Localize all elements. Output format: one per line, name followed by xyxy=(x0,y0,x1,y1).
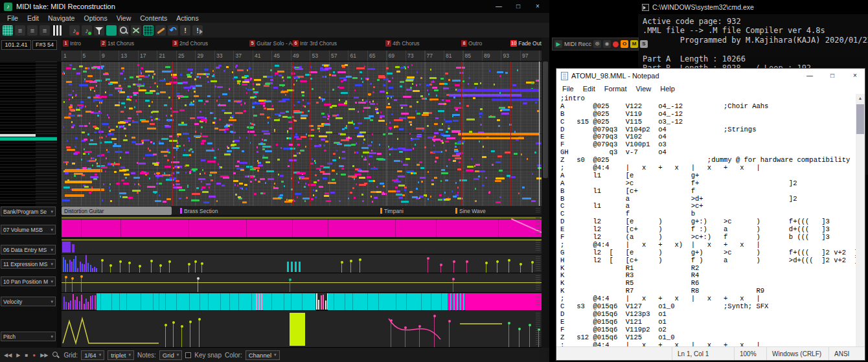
marker-strip[interactable]: 1Intro21st Chorus32nd Chorus5Guitar Solo… xyxy=(62,38,542,51)
action-icon[interactable]: ! xyxy=(180,25,190,36)
notepad-close-button[interactable]: × xyxy=(845,69,865,83)
draw-tool-icon[interactable] xyxy=(155,25,166,36)
zoom-icon[interactable] xyxy=(52,351,60,359)
cmd-title-bar[interactable]: C:\WINDOWS\system32\cmd.exe xyxy=(638,0,868,14)
insert-note-icon[interactable]: ♪ xyxy=(69,25,80,36)
recc-badge-m[interactable]: M xyxy=(630,40,638,48)
color-mode-select[interactable]: Channel▾ xyxy=(246,350,280,360)
maximize-button[interactable]: □ xyxy=(510,0,526,13)
notepad-text-area[interactable]: ;introA @025 V122 o4_-12 ;Choir AahsB @0… xyxy=(556,94,856,346)
notepad-menu-item[interactable]: File xyxy=(558,85,578,93)
transport-forward-button[interactable]: ▶▶ xyxy=(40,352,49,358)
cc-lane-selector-velocity[interactable]: Velocity▾ xyxy=(1,297,56,306)
timeline-marker[interactable]: 1Intro xyxy=(63,40,81,47)
grid-swing-select[interactable]: triplet▾ xyxy=(108,350,134,360)
timeline-marker[interactable]: 6Intr xyxy=(293,40,308,47)
cc-event-dot xyxy=(101,259,104,262)
notepad-menu-item[interactable]: Format xyxy=(600,85,632,93)
recc-badge-s[interactable]: S xyxy=(640,40,648,48)
record-indicator-icon[interactable] xyxy=(613,41,619,47)
key-snap-checkbox[interactable] xyxy=(185,352,191,358)
menu-item[interactable]: View xyxy=(112,14,136,22)
notepad-title-bar[interactable]: ATOMU_98.MML - Notepad — □ × xyxy=(556,69,865,83)
cc-lane-volume[interactable] xyxy=(62,216,542,238)
cc-lane-bank-program[interactable]: Distortion GuitarBrass SectionTimpaniSin… xyxy=(62,206,542,216)
notepad-menu-item[interactable]: Edit xyxy=(578,85,600,93)
cc-lane-selector-data-entry[interactable]: 06 Data Entry MS▾ xyxy=(1,245,56,255)
transport-record-button[interactable]: ● xyxy=(32,352,36,358)
menu-item[interactable]: File xyxy=(3,14,23,22)
preview-notes-icon[interactable]: ! xyxy=(192,25,203,36)
scrollbar-thumb[interactable] xyxy=(543,62,548,178)
cc-lane-selector-bank-program[interactable]: Bank/Program Se▾ xyxy=(1,207,56,216)
timeline-ruler[interactable]: 1591317212529333741454953576165697377818… xyxy=(62,51,542,62)
zoom-tool-icon[interactable] xyxy=(119,25,129,36)
piano-keyboard[interactable] xyxy=(0,62,57,206)
notepad-minimize-button[interactable]: — xyxy=(800,69,819,83)
notepad-maximize-button[interactable]: □ xyxy=(823,69,842,83)
transport-rewind-button[interactable]: ◀◀ xyxy=(3,352,12,358)
piano-icon[interactable] xyxy=(52,25,62,36)
midi-notes-layer[interactable] xyxy=(62,62,542,206)
cc-lane-pitch[interactable] xyxy=(62,311,542,348)
menu-item[interactable]: Options xyxy=(79,14,111,22)
timeline-marker[interactable]: 10Fade Out xyxy=(510,40,542,47)
timeline-marker[interactable]: 5Guitar Solo - A/A xyxy=(249,40,297,47)
cc-lane-velocity[interactable] xyxy=(62,293,542,311)
program-change-block[interactable]: Timpani xyxy=(380,207,404,215)
filter-icon[interactable] xyxy=(94,25,104,36)
grid-size-select[interactable]: 1/64▾ xyxy=(81,350,104,360)
notation-view-icon[interactable]: ≡ xyxy=(40,25,50,36)
menu-item[interactable]: Contents xyxy=(135,14,172,22)
program-change-block[interactable]: Brass Section xyxy=(180,207,218,215)
cc-lane-pan[interactable] xyxy=(62,273,542,293)
piano-roll-grid[interactable] xyxy=(62,62,542,206)
notepad-menu-item[interactable]: Help xyxy=(656,85,680,93)
eye-icon[interactable]: ◉ xyxy=(603,40,611,48)
piano-roll-view-icon[interactable] xyxy=(3,25,13,36)
midi-title-bar[interactable]: ♪ MIDI take: MIDI Reconstruction — □ × xyxy=(0,0,549,13)
vertical-scrollbar[interactable] xyxy=(542,38,549,348)
velocity-bar xyxy=(74,300,76,310)
timeline-marker[interactable]: 74th Chorus xyxy=(385,40,420,47)
named-notes-view-icon[interactable]: ≡ xyxy=(15,25,25,36)
timeline-marker[interactable]: 32nd Chorus xyxy=(172,40,208,47)
transport-stop-button[interactable]: ■ xyxy=(24,352,29,358)
highlighted-white-key[interactable] xyxy=(0,134,36,137)
grid-snap-icon[interactable] xyxy=(143,25,154,36)
zoom-level[interactable]: 100% xyxy=(734,347,766,360)
minimize-button[interactable]: — xyxy=(491,0,507,13)
record-enable-icon[interactable]: ▶ xyxy=(554,40,562,48)
notepad-scrollbar-thumb[interactable] xyxy=(856,104,864,134)
event-list-view-icon[interactable]: ≡ xyxy=(27,25,38,36)
menu-item[interactable]: Edit xyxy=(23,14,43,22)
transport-play-button[interactable]: ▶ xyxy=(16,352,21,358)
cc-lane-selector-pitch[interactable]: Pitch▾ xyxy=(1,332,56,341)
close-button[interactable]: × xyxy=(530,0,545,13)
marker-line xyxy=(310,62,310,206)
timeline-marker[interactable]: 8Outro xyxy=(461,40,482,47)
cc-lane-expression[interactable] xyxy=(62,255,542,273)
menu-item[interactable]: Navigate xyxy=(43,14,79,22)
timeline-marker[interactable]: 21st Chorus xyxy=(100,40,134,47)
program-change-block[interactable]: Sine Wave xyxy=(455,207,486,215)
split-notes-icon[interactable] xyxy=(131,25,141,36)
notepad-menu-item[interactable]: View xyxy=(632,85,656,93)
timeline-marker[interactable]: 3rd Chorus xyxy=(310,40,337,47)
piano-key-rows[interactable] xyxy=(36,62,57,206)
cc-lane-data-entry[interactable] xyxy=(62,238,542,255)
undo-icon[interactable]: ↶ xyxy=(168,25,178,36)
recc-badge-o[interactable]: O xyxy=(621,40,628,48)
cc-lane-selector-pan[interactable]: 10 Pan Position M▾ xyxy=(1,277,56,286)
note-properties-icon[interactable]: ♪ xyxy=(82,25,92,36)
cc-lane-selector-volume[interactable]: 07 Volume MSB▾ xyxy=(1,225,56,234)
program-change-block[interactable]: Distortion Guitar xyxy=(62,207,172,215)
notepad-scrollbar[interactable]: ▲ xyxy=(856,94,865,346)
menu-item[interactable]: Actions xyxy=(172,14,203,22)
lock-icon[interactable]: ⚽︎ xyxy=(593,40,601,48)
cc-lane-selector-expression[interactable]: 11 Expression MS▾ xyxy=(1,259,56,269)
scroll-up-icon[interactable]: ▲ xyxy=(856,94,865,100)
notes-snap-select[interactable]: Grid▾ xyxy=(159,350,182,360)
program-name: Distortion Guitar xyxy=(64,208,104,214)
marquee-select-icon[interactable] xyxy=(106,25,117,36)
